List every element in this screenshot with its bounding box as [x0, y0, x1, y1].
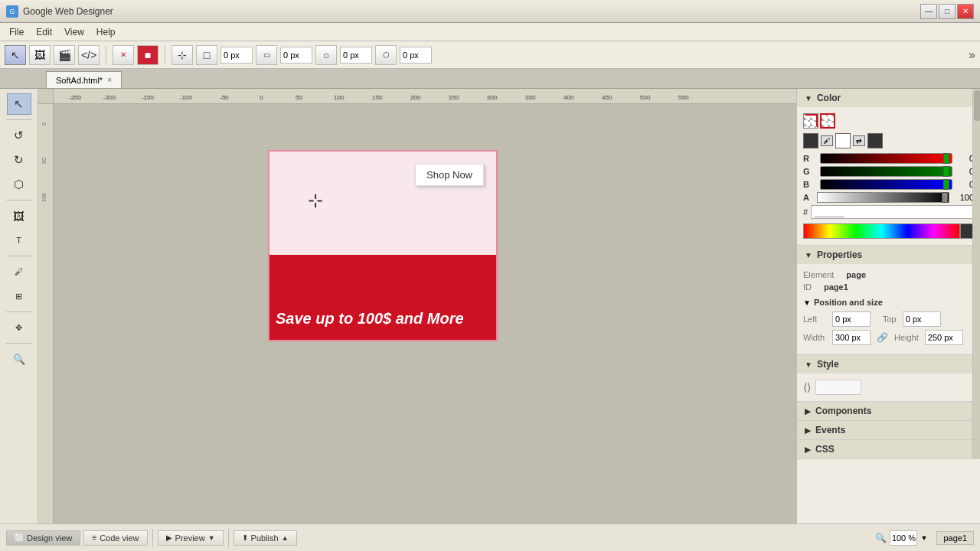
image-tool-button[interactable]: 🖼 — [29, 45, 51, 65]
a-slider-row: A 100 — [803, 192, 974, 203]
css-section-header[interactable]: ▶ CSS — [797, 440, 980, 458]
image-insert-tool[interactable]: 🖼 — [7, 205, 31, 227]
menu-file[interactable]: File — [3, 25, 30, 39]
no-fill-swatch[interactable] — [803, 113, 818, 129]
components-expand-arrow: ▶ — [805, 407, 811, 416]
svg-text:50: 50 — [41, 158, 47, 164]
color-picker-tool[interactable]: 🖋 — [7, 261, 31, 282]
svg-text:300: 300 — [487, 94, 498, 101]
close-button[interactable]: ✕ — [957, 4, 974, 19]
select-tool-button[interactable]: ↖ — [5, 45, 26, 65]
background-color[interactable] — [835, 133, 851, 148]
element-label: Element — [803, 270, 834, 279]
color-gradient-row — [803, 223, 974, 239]
zoom-input[interactable] — [890, 530, 917, 546]
left-input[interactable] — [832, 311, 871, 327]
properties-section: ▼ Properties Element page ID page1 ▼ — [797, 246, 980, 355]
tab-close-button[interactable]: × — [107, 76, 112, 84]
color-section-header[interactable]: ▼ Color — [797, 89, 980, 107]
top-input[interactable] — [903, 311, 941, 327]
b-value: 0 — [952, 180, 974, 189]
canvas-area[interactable]: -250 -200 -150 -100 -50 0 50 100 150 200… — [38, 89, 796, 523]
main-layout: ↖ ↺ ↻ ⬡ 🖼 T 🖋 ⊞ ✥ 🔍 -250 -200 -150 -100 — [0, 89, 980, 523]
toolbar-more[interactable]: » — [969, 48, 975, 62]
panel-scrollbar-thumb[interactable] — [974, 90, 980, 121]
menu-bar: File Edit View Help — [0, 23, 980, 41]
color-gradient-bar[interactable] — [803, 223, 960, 239]
video-tool-button[interactable]: 🎬 — [54, 45, 75, 65]
fill-button[interactable]: ■ — [137, 45, 158, 65]
height-input[interactable] — [925, 330, 963, 345]
a-value: 100 — [952, 193, 974, 202]
w-input[interactable] — [340, 47, 372, 64]
menu-edit[interactable]: Edit — [30, 25, 58, 39]
menu-view[interactable]: View — [58, 25, 90, 39]
position-size-header[interactable]: ▼ Position and size — [803, 298, 974, 307]
preview-button[interactable]: ▶ Preview ▼ — [158, 530, 224, 546]
hex-input[interactable] — [811, 205, 974, 219]
svg-text:50: 50 — [296, 94, 302, 101]
rotate-tool[interactable]: ↻ — [7, 149, 31, 171]
text-tool[interactable]: T — [7, 230, 31, 251]
code-tool-button[interactable]: </> — [78, 45, 100, 65]
pointer-tool[interactable]: ↖ — [7, 93, 31, 115]
tab-bar: SoftAd.html* × — [0, 69, 980, 89]
zoom-dropdown-arrow[interactable]: ▼ — [920, 534, 927, 542]
color-section: ▼ Color — [797, 89, 980, 246]
x-input[interactable] — [220, 47, 253, 64]
cursor-tool-button[interactable]: ⊹ — [172, 45, 193, 65]
b-label: B — [803, 180, 814, 189]
ellipse-tool-button[interactable]: ○ — [315, 45, 337, 65]
maximize-button[interactable]: □ — [939, 4, 956, 19]
design-view-button[interactable]: ⬜ Design view — [6, 530, 80, 546]
g-slider-row: G 0 — [803, 166, 974, 177]
publish-dropdown-arrow[interactable]: ▲ — [282, 534, 289, 542]
polygon-tool-button[interactable]: ⬡ — [375, 45, 397, 65]
move-tool[interactable]: ✥ — [7, 317, 31, 338]
h-input[interactable] — [400, 47, 432, 64]
hand-tool[interactable]: ↺ — [7, 125, 31, 146]
ad-shop-now-button[interactable]: Shop Now — [415, 164, 484, 186]
code-view-button[interactable]: ≡ Code view — [83, 530, 147, 546]
g-slider[interactable] — [820, 166, 952, 177]
bottom-sep-1 — [152, 529, 153, 547]
preview-dropdown-arrow[interactable]: ▼ — [208, 534, 215, 542]
y-input[interactable] — [280, 47, 312, 64]
left-sep-3 — [6, 256, 32, 256]
panel-scrollbar[interactable] — [972, 89, 980, 459]
eyedropper-tool[interactable]: 🖋 — [821, 135, 833, 146]
color-swap-tool[interactable]: ⇄ — [853, 135, 865, 146]
top-label: Top — [883, 315, 897, 324]
r-slider[interactable] — [820, 153, 952, 164]
stroke-button[interactable]: ✕ — [113, 45, 134, 65]
id-label: ID — [803, 282, 812, 292]
rounded-rect-tool-button[interactable]: ▭ — [256, 45, 277, 65]
rect-tool-button[interactable]: □ — [196, 45, 217, 65]
shape-tool[interactable]: ⬡ — [7, 174, 31, 195]
style-section-header[interactable]: ▼ Style — [797, 355, 980, 373]
minimize-button[interactable]: — — [920, 4, 937, 19]
gradient-color[interactable] — [867, 133, 883, 148]
style-preview-swatch — [815, 380, 861, 395]
tab-softad[interactable]: SoftAd.html* × — [46, 71, 122, 88]
zoom-tool[interactable]: 🔍 — [7, 348, 31, 370]
foreground-color[interactable] — [803, 133, 818, 148]
properties-expand-arrow: ▼ — [805, 251, 812, 259]
toolbar-sep-2 — [165, 46, 165, 64]
component-tool[interactable]: ⊞ — [7, 285, 31, 307]
x-input-group — [220, 47, 253, 64]
components-section-header[interactable]: ▶ Components — [797, 402, 980, 420]
stroke-swatch[interactable] — [820, 113, 835, 129]
publish-button[interactable]: ⬆ Publish ▲ — [234, 530, 297, 546]
left-sep-2 — [6, 200, 32, 201]
css-expand-arrow: ▶ — [805, 445, 811, 454]
a-slider[interactable] — [817, 192, 949, 203]
menu-help[interactable]: Help — [90, 25, 122, 39]
code-view-label: Code view — [100, 533, 139, 543]
style-section: ▼ Style ⟨⟩ — [797, 355, 980, 402]
events-section-header[interactable]: ▶ Events — [797, 421, 980, 439]
b-slider[interactable] — [820, 179, 952, 190]
ad-canvas[interactable]: img #gwd-image_1 Shop Now Save up to 100… — [268, 150, 498, 341]
width-input[interactable] — [832, 330, 871, 345]
properties-section-header[interactable]: ▼ Properties — [797, 246, 980, 264]
